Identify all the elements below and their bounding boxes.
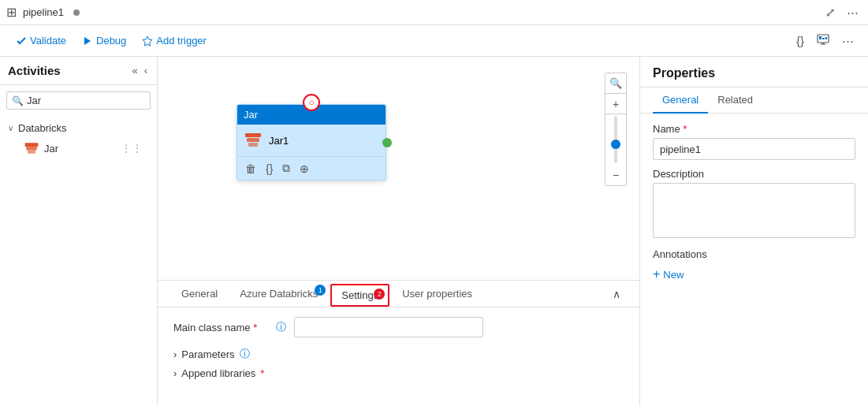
left-panel-header: Activities « ‹ xyxy=(0,57,157,85)
node-body: Jar1 xyxy=(237,125,386,156)
top-bar-actions: ⤢ ⋯ xyxy=(822,4,862,21)
name-input[interactable] xyxy=(653,138,855,160)
svg-rect-10 xyxy=(245,133,261,137)
right-panel: Properties General Related Name Descript… xyxy=(639,57,868,406)
expand-left-button[interactable]: ‹ xyxy=(143,63,149,78)
activity-node[interactable]: ○ Jar Jar1 🗑 {} ⧉ ⊕ xyxy=(237,104,386,181)
zoom-out-button[interactable]: − xyxy=(605,165,626,185)
validate-button[interactable]: Validate xyxy=(9,32,73,50)
debug-icon xyxy=(82,35,93,47)
unsaved-dot xyxy=(73,9,80,16)
annotations-label: Annotations xyxy=(653,248,855,260)
node-databricks-icon xyxy=(244,131,263,150)
more-options-button[interactable]: ⋯ xyxy=(844,4,862,21)
trigger-icon xyxy=(142,35,153,47)
node-connect-button[interactable]: ⊕ xyxy=(298,160,311,177)
settings-badge: 2 xyxy=(374,289,385,300)
left-panel: Activities « ‹ 🔍 ∨ Databricks Jar xyxy=(0,57,158,406)
node-code-button[interactable]: {} xyxy=(264,160,274,177)
main-class-row: Main class name ⓘ xyxy=(173,317,624,337)
tab-azure-databricks[interactable]: Azure Databricks 1 xyxy=(229,281,329,307)
tab-user-properties[interactable]: User properties xyxy=(391,281,483,307)
search-input[interactable] xyxy=(27,95,159,106)
pipeline-title: pipeline1 xyxy=(23,6,64,18)
tab-settings[interactable]: Settings 2 xyxy=(330,284,389,307)
parameters-label: Parameters xyxy=(181,348,234,360)
jar-activity-icon xyxy=(24,140,39,156)
collapse-left-button[interactable]: « xyxy=(130,63,139,78)
svg-rect-7 xyxy=(25,143,39,147)
collapse-bottom-button[interactable]: ∧ xyxy=(606,285,627,304)
properties-title: Properties xyxy=(640,57,868,88)
expand-button[interactable]: ⤢ xyxy=(822,4,839,21)
plus-icon: + xyxy=(653,268,660,281)
list-item[interactable]: Jar ⋮⋮ xyxy=(8,137,149,159)
zoom-in-button[interactable]: + xyxy=(605,94,626,114)
name-field-label: Name xyxy=(653,123,855,135)
app-icon: ⊞ xyxy=(6,5,17,20)
right-tabs: General Related xyxy=(640,88,868,114)
canvas-area[interactable]: ○ Jar Jar1 🗑 {} ⧉ ⊕ xyxy=(158,57,639,280)
search-icon: 🔍 xyxy=(12,95,24,106)
node-delete-button[interactable]: 🗑 xyxy=(244,160,258,177)
append-libraries-chevron-icon: › xyxy=(173,367,177,379)
tab-properties-related[interactable]: Related xyxy=(708,88,762,114)
main-class-info-icon[interactable]: ⓘ xyxy=(276,320,286,334)
top-bar: ⊞ pipeline1 ⤢ ⋯ xyxy=(0,0,868,25)
category-header[interactable]: ∨ Databricks xyxy=(8,119,149,137)
debug-button[interactable]: Debug xyxy=(76,32,132,50)
svg-rect-11 xyxy=(247,138,259,142)
append-libraries-label: Append libraries xyxy=(181,367,255,379)
main-class-label: Main class name xyxy=(173,322,268,333)
azure-databricks-badge: 1 xyxy=(315,285,326,296)
svg-marker-0 xyxy=(84,37,91,45)
right-content: Name Description Annotations + New xyxy=(640,114,868,406)
bottom-tabs: General Azure Databricks 1 Settings 2 Us… xyxy=(158,281,639,307)
description-textarea[interactable] xyxy=(653,183,855,238)
monitor-button[interactable] xyxy=(812,30,834,51)
code-button[interactable]: {} xyxy=(792,31,809,50)
node-footer: 🗑 {} ⧉ ⊕ xyxy=(237,156,386,180)
svg-rect-5 xyxy=(822,38,825,39)
bottom-panel: General Azure Databricks 1 Settings 2 Us… xyxy=(158,280,639,406)
toolbar: Validate Debug Add trigger {} ⋯ xyxy=(0,25,868,57)
node-label: Jar1 xyxy=(269,135,289,147)
svg-rect-8 xyxy=(26,147,36,150)
search-box: 🔍 xyxy=(6,91,151,110)
toolbar-right: {} ⋯ xyxy=(792,30,859,51)
bottom-content: Main class name ⓘ › Parameters ⓘ › Appen… xyxy=(158,307,639,392)
add-trigger-button[interactable]: Add trigger xyxy=(136,32,213,50)
zoom-slider-track xyxy=(614,116,617,163)
node-error-indicator: ○ xyxy=(303,94,320,111)
add-new-label: New xyxy=(663,269,684,281)
activities-title: Activities xyxy=(8,64,130,77)
parameters-row[interactable]: › Parameters ⓘ xyxy=(173,344,624,364)
activity-label: Jar xyxy=(44,143,116,155)
toolbar-more-button[interactable]: ⋯ xyxy=(837,31,859,51)
tab-general[interactable]: General xyxy=(170,281,229,307)
add-annotation-button[interactable]: + New xyxy=(653,266,684,282)
main-class-input[interactable] xyxy=(294,317,483,337)
parameters-chevron-icon: › xyxy=(173,348,177,360)
parameters-info-icon[interactable]: ⓘ xyxy=(240,347,250,361)
node-copy-button[interactable]: ⧉ xyxy=(281,160,292,177)
monitor-icon xyxy=(817,33,829,46)
canvas-search-button[interactable]: 🔍 xyxy=(605,73,626,94)
svg-rect-9 xyxy=(28,151,35,154)
svg-rect-4 xyxy=(819,36,821,39)
activity-drag-handle: ⋮⋮ xyxy=(121,142,143,155)
category-label: Databricks xyxy=(18,122,66,134)
svg-rect-6 xyxy=(825,37,827,39)
append-libraries-required: * xyxy=(260,367,264,379)
validate-icon xyxy=(16,35,27,47)
svg-rect-12 xyxy=(248,143,258,147)
node-connector xyxy=(382,138,392,147)
chevron-down-icon: ∨ xyxy=(8,124,13,132)
zoom-slider-thumb[interactable] xyxy=(611,140,620,149)
tab-properties-general[interactable]: General xyxy=(653,88,708,114)
main-content: Activities « ‹ 🔍 ∨ Databricks Jar xyxy=(0,57,868,406)
description-field-label: Description xyxy=(653,168,855,180)
category-databricks: ∨ Databricks Jar ⋮⋮ xyxy=(0,116,157,162)
append-libraries-row[interactable]: › Append libraries * xyxy=(173,364,624,382)
zoom-controls: 🔍 + − xyxy=(605,73,627,186)
